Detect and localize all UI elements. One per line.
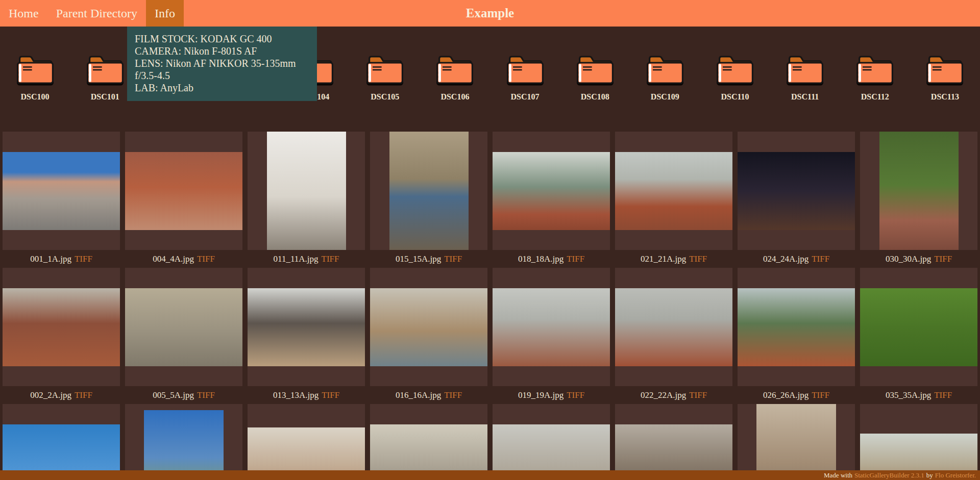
thumbnail-photo[interactable] — [125, 288, 242, 366]
thumbnail-caption[interactable]: 005_5A.jpg TIFF — [122, 386, 245, 404]
thumbnail-caption[interactable]: 022_22A.jpg TIFF — [612, 386, 735, 404]
thumbnail-format-tag[interactable]: TIFF — [812, 390, 829, 400]
thumbnail-caption[interactable]: 016_16A.jpg TIFF — [368, 386, 490, 404]
thumbnail-caption[interactable]: 011_11A.jpg TIFF — [245, 250, 368, 268]
thumbnail-caption[interactable]: 035_35A.jpg TIFF — [857, 386, 980, 404]
thumbnail-tile[interactable] — [860, 404, 977, 480]
folder-item-dsc112[interactable]: DSC112 — [840, 52, 910, 129]
thumbnail-photo[interactable] — [125, 152, 242, 230]
thumbnail-photo[interactable] — [370, 288, 487, 366]
thumbnail-tile[interactable] — [370, 404, 487, 480]
thumbnail-photo[interactable] — [756, 404, 836, 480]
thumbnail-photo[interactable] — [493, 288, 610, 366]
thumbnail-tile[interactable] — [493, 404, 610, 480]
gallery-item[interactable]: 016_16A.jpg TIFF — [368, 268, 490, 404]
thumbnail-photo[interactable] — [879, 132, 959, 250]
folder-item-dsc109[interactable]: DSC109 — [630, 52, 700, 129]
folder-item-dsc108[interactable]: DSC108 — [560, 52, 630, 129]
folder-item-dsc111[interactable]: DSC111 — [770, 52, 840, 129]
thumbnail-photo[interactable] — [144, 410, 224, 480]
thumbnail-format-tag[interactable]: TIFF — [197, 254, 215, 264]
thumbnail-photo[interactable] — [3, 288, 120, 366]
thumbnail-caption[interactable]: 021_21A.jpg TIFF — [612, 250, 735, 268]
thumbnail-tile[interactable] — [3, 132, 120, 250]
gallery-item[interactable]: 015_15A.jpg TIFF — [368, 132, 490, 268]
thumbnail-format-tag[interactable]: TIFF — [567, 390, 584, 400]
thumbnail-tile[interactable] — [3, 404, 120, 480]
gallery-item[interactable]: 001_1A.jpg TIFF — [0, 132, 122, 268]
folder-item-dsc107[interactable]: DSC107 — [490, 52, 560, 129]
gallery-item[interactable] — [245, 404, 368, 480]
thumbnail-photo[interactable] — [248, 288, 365, 366]
gallery-item[interactable] — [612, 404, 735, 480]
gallery-item[interactable]: 013_13A.jpg TIFF — [245, 268, 368, 404]
gallery-item[interactable]: 018_18A.jpg TIFF — [490, 132, 612, 268]
thumbnail-tile[interactable] — [615, 404, 732, 480]
thumbnail-format-tag[interactable]: TIFF — [812, 254, 829, 264]
folder-item-dsc113[interactable]: DSC113 — [910, 52, 980, 129]
gallery-item[interactable]: 021_21A.jpg TIFF — [612, 132, 735, 268]
thumbnail-tile[interactable] — [248, 268, 365, 386]
gallery-item[interactable]: 022_22A.jpg TIFF — [612, 268, 735, 404]
thumbnail-format-tag[interactable]: TIFF — [197, 390, 215, 400]
gallery-item[interactable] — [368, 404, 490, 480]
nav-item-parent-directory[interactable]: Parent Directory — [47, 0, 146, 27]
gallery-item[interactable]: 004_4A.jpg TIFF — [122, 132, 245, 268]
gallery-item[interactable] — [857, 404, 980, 480]
thumbnail-format-tag[interactable]: TIFF — [75, 254, 92, 264]
folder-item-dsc110[interactable]: DSC110 — [700, 52, 770, 129]
thumbnail-tile[interactable] — [125, 268, 242, 386]
thumbnail-caption[interactable]: 030_30A.jpg TIFF — [857, 250, 980, 268]
folder-item-dsc100[interactable]: DSC100 — [0, 52, 70, 129]
gallery-item[interactable]: 024_24A.jpg TIFF — [735, 132, 857, 268]
gallery-item[interactable]: 011_11A.jpg TIFF — [245, 132, 368, 268]
thumbnail-photo[interactable] — [738, 288, 855, 366]
gallery-item[interactable]: 030_30A.jpg TIFF — [857, 132, 980, 268]
footer-gallery-builder-link[interactable]: StaticGalleryBuilder 2.3.1 — [854, 471, 924, 479]
thumbnail-photo[interactable] — [615, 152, 732, 230]
thumbnail-format-tag[interactable]: TIFF — [689, 254, 707, 264]
thumbnail-tile[interactable] — [3, 268, 120, 386]
thumbnail-tile[interactable] — [125, 132, 242, 250]
gallery-item[interactable]: 035_35A.jpg TIFF — [857, 268, 980, 404]
thumbnail-tile[interactable] — [370, 132, 487, 250]
folder-item-dsc106[interactable]: DSC106 — [420, 52, 490, 129]
thumbnail-photo[interactable] — [615, 288, 732, 366]
gallery-item[interactable]: 005_5A.jpg TIFF — [122, 268, 245, 404]
thumbnail-photo[interactable] — [267, 132, 346, 250]
thumbnail-tile[interactable] — [860, 268, 977, 386]
gallery-item[interactable] — [735, 404, 857, 480]
gallery-item[interactable]: 002_2A.jpg TIFF — [0, 268, 122, 404]
thumbnail-format-tag[interactable]: TIFF — [567, 254, 584, 264]
thumbnail-tile[interactable] — [248, 132, 365, 250]
gallery-item[interactable]: 026_26A.jpg TIFF — [735, 268, 857, 404]
thumbnail-caption[interactable]: 018_18A.jpg TIFF — [490, 250, 612, 268]
thumbnail-tile[interactable] — [125, 404, 242, 480]
thumbnail-caption[interactable]: 024_24A.jpg TIFF — [735, 250, 857, 268]
thumbnail-caption[interactable]: 002_2A.jpg TIFF — [0, 386, 122, 404]
thumbnail-format-tag[interactable]: TIFF — [689, 390, 707, 400]
gallery-item[interactable]: 019_19A.jpg TIFF — [490, 268, 612, 404]
thumbnail-tile[interactable] — [615, 268, 732, 386]
thumbnail-caption[interactable]: 004_4A.jpg TIFF — [122, 250, 245, 268]
footer-author-link[interactable]: Flo Greistorfer. — [935, 471, 976, 479]
thumbnail-tile[interactable] — [615, 132, 732, 250]
thumbnail-caption[interactable]: 013_13A.jpg TIFF — [245, 386, 368, 404]
thumbnail-tile[interactable] — [370, 268, 487, 386]
thumbnail-tile[interactable] — [738, 268, 855, 386]
thumbnail-photo[interactable] — [493, 152, 610, 230]
thumbnail-photo[interactable] — [738, 152, 855, 230]
thumbnail-format-tag[interactable]: TIFF — [934, 254, 952, 264]
gallery-item[interactable] — [490, 404, 612, 480]
folder-item-dsc105[interactable]: DSC105 — [350, 52, 420, 129]
thumbnail-format-tag[interactable]: TIFF — [322, 390, 339, 400]
thumbnail-tile[interactable] — [738, 132, 855, 250]
thumbnail-caption[interactable]: 019_19A.jpg TIFF — [490, 386, 612, 404]
thumbnail-format-tag[interactable]: TIFF — [75, 390, 92, 400]
nav-item-info[interactable]: Info — [146, 0, 184, 27]
thumbnail-tile[interactable] — [493, 268, 610, 386]
thumbnail-tile[interactable] — [248, 404, 365, 480]
thumbnail-caption[interactable]: 026_26A.jpg TIFF — [735, 386, 857, 404]
thumbnail-format-tag[interactable]: TIFF — [934, 390, 952, 400]
thumbnail-format-tag[interactable]: TIFF — [444, 390, 462, 400]
